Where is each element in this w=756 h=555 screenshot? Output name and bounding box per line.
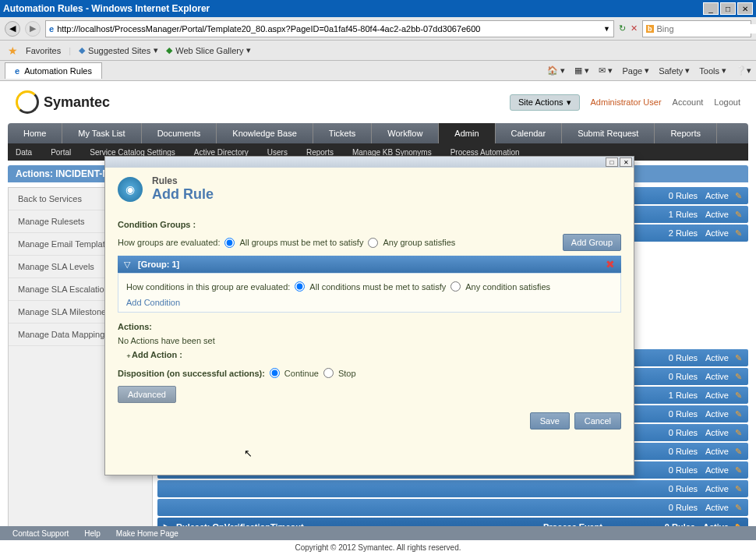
subnav-portal[interactable]: Portal [51,148,71,157]
nav-knowledge-base[interactable]: Knowledge Base [217,123,313,143]
edit-icon[interactable]: ✎ [735,409,742,419]
help-link[interactable]: Help [84,529,101,536]
ie-safety-menu[interactable]: Safety ▾ [659,65,690,76]
edit-icon[interactable]: ✎ [735,228,742,239]
make-home-link[interactable]: Make Home Page [116,529,178,536]
footer-bar: Contact Support Help Make Home Page [0,526,756,535]
admin-user-link[interactable]: Administrator User [591,97,662,107]
rule-count: 0 Rules [669,409,698,419]
logout-link[interactable]: Logout [714,97,740,107]
edit-icon[interactable]: ✎ [735,372,742,382]
subnav-users[interactable]: Users [267,148,288,157]
close-button[interactable]: ✕ [737,2,753,15]
rule-status: Active [705,465,729,475]
rule-row[interactable]: 0 RulesActive✎ [157,480,748,497]
modal-maximize-button[interactable]: □ [606,157,618,167]
maximize-button[interactable]: □ [720,2,736,15]
chevron-down-icon: ▾ [567,97,571,108]
add-group-button[interactable]: Add Group [563,234,621,251]
add-action-link[interactable]: ＋Add Action : [125,350,621,360]
minimize-button[interactable]: _ [703,2,719,15]
nav-tickets[interactable]: Tickets [313,123,372,143]
no-actions-text: No Actions have been set [118,336,621,345]
back-button[interactable]: ◀ [5,21,20,37]
edit-icon[interactable]: ✎ [735,353,742,363]
advanced-button[interactable]: Advanced [118,386,176,403]
edit-icon[interactable]: ✎ [735,484,742,494]
edit-icon[interactable]: ✎ [735,503,742,513]
address-bar[interactable]: e ▼ [45,20,614,37]
edit-icon[interactable]: ✎ [735,191,742,201]
collapse-icon[interactable]: ▽ [124,260,130,270]
rule-status: Active [705,210,729,219]
ie-tools-menu[interactable]: Tools ▾ [699,65,726,76]
edit-icon[interactable]: ✎ [735,465,742,475]
stop-radio[interactable] [323,368,334,378]
favorites-label[interactable]: Favorites [26,46,61,55]
edit-icon[interactable]: ✎ [735,428,742,438]
stop-icon[interactable]: ✕ [631,23,638,34]
logo-icon [16,90,39,114]
nav-documents[interactable]: Documents [142,123,217,143]
modal-header: ◉ Rules Add Rule [105,168,634,210]
suggested-sites-link[interactable]: ◆Suggested Sites ▾ [79,45,158,55]
ie-home-icon[interactable]: 🏠 ▾ [547,65,565,76]
rule-row[interactable]: 0 RulesActive✎ [157,499,748,516]
nav-reports[interactable]: Reports [655,123,717,143]
nav-home[interactable]: Home [8,123,62,143]
browser-toolbar: ◀ ▶ e ▼ ↻ ✕ b 🔍 [0,17,756,41]
browser-tab[interactable]: e Automation Rules [5,62,102,79]
subnav-service-catalog[interactable]: Service Catalog Settings [90,148,175,157]
url-input[interactable] [57,24,603,34]
dropdown-icon[interactable]: ▼ [603,25,610,33]
ie-help-icon[interactable]: ❔▾ [736,65,751,76]
disposition-label: Disposition (on successful actions): [118,369,265,378]
refresh-icon[interactable]: ↻ [619,23,626,34]
rule-count: 0 Rules [669,447,698,456]
rule-status: Active [705,372,729,381]
search-bar[interactable]: b 🔍 [642,20,751,37]
eval-any-radio[interactable] [368,238,378,248]
nav-my-task-list[interactable]: My Task List [62,123,141,143]
subnav-process-automation[interactable]: Process Automation [450,148,520,157]
subnav-reports[interactable]: Reports [306,148,334,157]
page-icon: e [49,24,54,34]
ie-icon: e [15,66,19,76]
edit-icon[interactable]: ✎ [735,447,742,457]
nav-submit-request[interactable]: Submit Request [562,123,655,143]
subnav-active-directory[interactable]: Active Directory [194,148,249,157]
modal-body: Condition Groups : How groups are evalua… [105,210,634,408]
ie-feed-icon[interactable]: ▦ ▾ [574,65,589,76]
edit-icon[interactable]: ✎ [735,210,742,220]
edit-icon[interactable]: ✎ [735,391,742,401]
search-input[interactable] [657,24,757,34]
rule-count: 0 Rules [669,484,698,493]
subnav-kb-synonyms[interactable]: Manage KB Synonyms [352,148,432,157]
cond-all-radio[interactable] [295,281,305,292]
add-condition-link[interactable]: Add Condition [126,298,180,307]
favorites-star-icon[interactable]: ★ [8,44,18,57]
forward-button[interactable]: ▶ [25,21,41,37]
subnav-data[interactable]: Data [16,148,32,157]
cond-all-label: All conditions must be met to satisfy [309,282,446,292]
cancel-button[interactable]: Cancel [574,412,621,430]
continue-radio[interactable] [270,368,280,378]
site-actions-button[interactable]: Site Actions▾ [510,94,579,111]
nav-admin[interactable]: Admin [439,123,495,143]
delete-group-icon[interactable]: ✖ [606,258,615,270]
ie-mail-icon[interactable]: ✉ ▾ [599,65,613,76]
nav-calendar[interactable]: Calendar [496,123,563,143]
rule-status: Active [705,228,729,238]
group-header[interactable]: ▽ [Group: 1] ✖ [118,256,621,273]
eval-all-radio[interactable] [224,238,235,248]
save-button[interactable]: Save [530,412,570,430]
nav-workflow[interactable]: Workflow [372,123,439,143]
cond-any-radio[interactable] [450,281,461,292]
modal-close-button[interactable]: ✕ [620,157,632,167]
modal-titlebar: □ ✕ [105,157,634,168]
ie-page-menu[interactable]: Page ▾ [622,65,649,76]
web-slice-link[interactable]: ◆Web Slice Gallery ▾ [166,45,251,55]
contact-support-link[interactable]: Contact Support [12,529,69,536]
eval-any-label: Any group satisfies [383,238,455,247]
account-link[interactable]: Account [673,97,704,107]
